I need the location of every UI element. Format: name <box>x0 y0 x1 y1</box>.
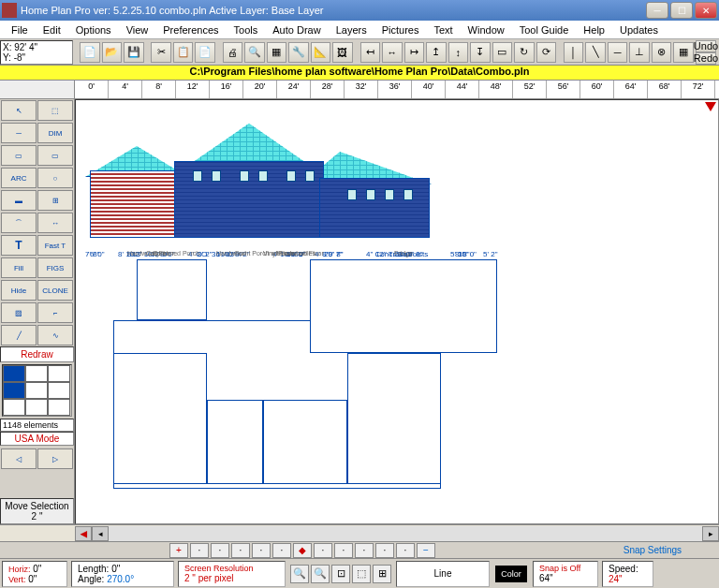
snap-btn[interactable]: · <box>252 543 271 558</box>
redraw-button[interactable]: Redraw <box>0 346 74 362</box>
snap-p-icon[interactable]: ⊥ <box>629 42 650 63</box>
zoom-all-icon[interactable]: ⊞ <box>373 565 391 583</box>
scroll-left-btn[interactable]: ◂ <box>92 526 109 541</box>
color-button[interactable]: Color <box>495 566 527 582</box>
polyline-tool-icon[interactable]: ╱ <box>1 325 37 345</box>
snap-center-icon[interactable]: ◆ <box>293 543 312 558</box>
line-tool-icon[interactable]: ─ <box>1 123 37 143</box>
zoom-select-icon[interactable]: ⬚ <box>352 565 371 583</box>
menu-toolguide[interactable]: Tool Guide <box>512 22 577 37</box>
snap-minus-icon[interactable]: − <box>417 543 435 558</box>
linestyle-swatch[interactable] <box>2 364 72 417</box>
arrange-icon[interactable]: ▭ <box>492 42 513 63</box>
zoom-out-icon[interactable]: 🔍 <box>311 565 330 583</box>
snap-btn[interactable]: · <box>334 543 353 558</box>
menu-pictures[interactable]: Pictures <box>374 22 427 37</box>
menu-preferences[interactable]: Preferences <box>155 22 226 37</box>
horizontal-scrollbar[interactable]: ◀ ◂ ▸ <box>0 524 719 541</box>
freehand-tool-icon[interactable]: ∿ <box>37 325 73 345</box>
align-m-icon[interactable]: ↕ <box>448 42 469 63</box>
align-l-icon[interactable]: ↤ <box>360 42 381 63</box>
horizontal-ruler[interactable]: 0'4'8'12'16'20'24'28'32'36'40'44'48'52'5… <box>75 81 719 99</box>
snap-x-icon[interactable]: ⊗ <box>652 42 672 63</box>
fast-text-tool[interactable]: Fast T <box>37 235 73 256</box>
menu-view[interactable]: View <box>119 22 156 37</box>
menu-layers[interactable]: Layers <box>329 22 374 37</box>
measure-icon[interactable]: 📐 <box>311 42 331 63</box>
select-tool-icon[interactable]: ↖ <box>1 100 37 121</box>
paste-icon[interactable]: 📄 <box>195 42 215 63</box>
snap-d-icon[interactable]: ╲ <box>585 42 606 63</box>
dim-tool[interactable]: DIM <box>37 123 73 143</box>
close-button[interactable]: ✕ <box>695 2 717 19</box>
refresh-icon[interactable]: ⟳ <box>536 42 557 63</box>
minimize-button[interactable]: ─ <box>646 2 668 19</box>
zoom-window-icon[interactable]: ⊡ <box>331 565 350 583</box>
align-b-icon[interactable]: ↧ <box>470 42 491 63</box>
copy-icon[interactable]: 📋 <box>173 42 194 63</box>
dimline-tool-icon[interactable]: ↔ <box>37 213 73 233</box>
snap-plus-icon[interactable]: + <box>169 543 188 558</box>
nudge-right-icon[interactable]: ▷ <box>37 448 73 469</box>
nudge-left-icon[interactable]: ◁ <box>1 448 37 469</box>
new-icon[interactable]: 📄 <box>80 42 100 63</box>
folder-tool-icon[interactable]: ▭ <box>1 145 37 166</box>
snap-btn[interactable]: · <box>211 543 229 558</box>
open-icon[interactable]: 📂 <box>102 42 123 63</box>
snap-btn[interactable]: · <box>314 543 332 558</box>
zoom-in-icon[interactable]: 🔍 <box>290 565 309 583</box>
tool-icon[interactable]: 🔧 <box>288 42 309 63</box>
scroll-track[interactable] <box>109 526 702 541</box>
menu-updates[interactable]: Updates <box>612 22 666 37</box>
snap-btn[interactable]: · <box>375 543 394 558</box>
move-selection-label[interactable]: Move Selection 2 " <box>0 498 74 524</box>
snap-btn[interactable]: · <box>396 543 415 558</box>
usa-mode-label[interactable]: USA Mode <box>0 432 74 446</box>
ruler-marker-icon[interactable] <box>705 102 716 111</box>
clone-tool[interactable]: CLONE <box>37 280 73 301</box>
snap-btn[interactable]: · <box>231 543 250 558</box>
image-icon[interactable]: 🖼 <box>332 42 353 63</box>
curve-tool-icon[interactable]: ⌒ <box>1 213 37 233</box>
marquee-tool-icon[interactable]: ⬚ <box>37 100 73 121</box>
align-t-icon[interactable]: ↥ <box>426 42 447 63</box>
rotate-icon[interactable]: ↻ <box>514 42 535 63</box>
scroll-left-icon[interactable]: ◀ <box>75 526 92 541</box>
menu-edit[interactable]: Edit <box>36 22 68 37</box>
print-icon[interactable]: 🖨 <box>223 42 243 63</box>
menu-window[interactable]: Window <box>461 22 512 37</box>
menu-text[interactable]: Text <box>426 22 460 37</box>
menu-help[interactable]: Help <box>576 22 612 37</box>
layer-icon[interactable]: ▦ <box>267 42 287 63</box>
drawing-canvas[interactable]: 12' 0" 9' 8" 22' 0" 4' 8" 5' 3" 5' 2" 6'… <box>75 99 719 524</box>
snap-btn[interactable]: · <box>190 543 209 558</box>
hatch-tool-icon[interactable]: ▨ <box>1 302 37 323</box>
fill-tool[interactable]: Fill <box>1 257 37 278</box>
snap-btn[interactable]: · <box>355 543 374 558</box>
grid-icon[interactable]: ▦ <box>673 42 694 63</box>
menu-autodraw[interactable]: Auto Draw <box>265 22 328 37</box>
figs-tool[interactable]: FIGS <box>37 257 73 278</box>
align-r-icon[interactable]: ↦ <box>404 42 425 63</box>
menu-tools[interactable]: Tools <box>227 22 266 37</box>
snap-h-icon[interactable]: ─ <box>608 42 628 63</box>
rect-tool-icon[interactable]: ▭ <box>37 145 73 166</box>
maximize-button[interactable]: ☐ <box>670 2 693 19</box>
text-tool[interactable]: T <box>1 235 37 256</box>
scroll-right-btn[interactable]: ▸ <box>702 526 719 541</box>
find-icon[interactable]: 🔍 <box>244 42 265 63</box>
menu-options[interactable]: Options <box>68 22 119 37</box>
snap-v-icon[interactable]: │ <box>564 42 584 63</box>
pipe-tool-icon[interactable]: ⌐ <box>37 302 73 323</box>
cut-icon[interactable]: ✂ <box>151 42 171 63</box>
align-c-icon[interactable]: ↔ <box>382 42 403 63</box>
hide-tool[interactable]: Hide <box>1 280 37 301</box>
snap-btn[interactable]: · <box>272 543 291 558</box>
snap-settings-button[interactable]: Snap Settings <box>586 543 719 557</box>
window-tool-icon[interactable]: ⊞ <box>37 190 73 211</box>
redo-button[interactable]: Redo <box>696 52 716 65</box>
wall-tool-icon[interactable]: ▬ <box>1 190 37 211</box>
arc-tool[interactable]: ARC <box>1 168 37 188</box>
menu-file[interactable]: File <box>4 22 36 37</box>
save-icon[interactable]: 💾 <box>124 42 144 63</box>
